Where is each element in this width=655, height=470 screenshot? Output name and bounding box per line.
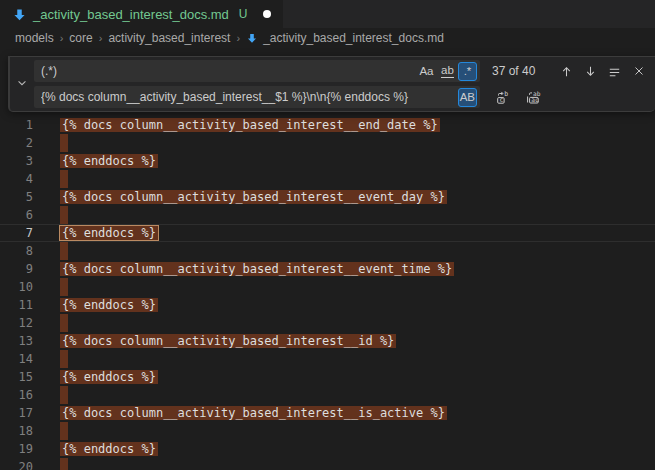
code-line-content[interactable] <box>62 386 68 404</box>
find-match[interactable]: {% enddocs %} <box>60 154 158 168</box>
code-line: 10 <box>0 278 655 296</box>
code-line: 3{% enddocs %} <box>0 152 655 170</box>
find-in-selection-button[interactable] <box>604 61 625 82</box>
match-case-toggle[interactable]: Aa <box>416 62 437 81</box>
tab-filename: _activity_based_interest_docs.md <box>33 7 229 22</box>
chevron-down-icon <box>16 75 28 93</box>
code-line-content[interactable]: {% enddocs %} <box>62 298 158 312</box>
line-number: 5 <box>0 190 33 204</box>
code-line: 17{% docs column__activity_based_interes… <box>0 404 655 422</box>
line-number: 14 <box>0 352 33 366</box>
code-line: 13{% docs column__activity_based_interes… <box>0 332 655 350</box>
replace-one-button[interactable]: b c <box>492 87 513 108</box>
code-line-content[interactable]: {% docs column__activity_based_interest_… <box>62 262 454 276</box>
line-number: 12 <box>0 316 33 330</box>
replace-buttons: b c ab ac <box>492 87 543 108</box>
line-number: 10 <box>0 280 33 294</box>
git-status-badge: U <box>239 7 248 21</box>
code-line: 20 <box>0 458 655 470</box>
code-line-content[interactable]: {% docs column__activity_based_interest_… <box>62 334 396 348</box>
code-line-content[interactable] <box>62 278 68 296</box>
find-match-empty-line <box>60 134 68 152</box>
find-nav-buttons <box>556 61 649 82</box>
find-match[interactable]: {% docs column__activity_based_interest_… <box>60 262 454 276</box>
code-line-content[interactable]: {% docs column__activity_based_interest_… <box>62 118 440 132</box>
unsaved-changes-dot[interactable] <box>263 10 271 18</box>
code-line: 11{% enddocs %} <box>0 296 655 314</box>
code-line-content[interactable] <box>62 206 68 224</box>
code-line: 18 <box>0 422 655 440</box>
match-count: 37 of 40 <box>492 64 535 78</box>
code-line-content[interactable] <box>62 314 68 332</box>
svg-text:c: c <box>499 96 503 104</box>
breadcrumb-item[interactable]: core <box>69 31 92 45</box>
close-icon[interactable] <box>628 61 649 82</box>
line-number: 11 <box>0 298 33 312</box>
code-line: 4 <box>0 170 655 188</box>
find-match-empty-line <box>60 278 68 296</box>
code-line-content[interactable] <box>62 134 68 152</box>
code-line-content[interactable] <box>62 350 68 368</box>
code-line: 5{% docs column__activity_based_interest… <box>0 188 655 206</box>
code-line: 8 <box>0 242 655 260</box>
line-number: 15 <box>0 370 33 384</box>
line-number: 7 <box>0 226 33 240</box>
markdown-file-icon <box>246 32 258 44</box>
code-line-content[interactable]: {% enddocs %} <box>62 442 158 456</box>
code-line-content[interactable]: {% enddocs %} <box>62 370 158 384</box>
toggle-replace-button[interactable] <box>10 57 34 111</box>
code-line-content[interactable] <box>62 422 68 440</box>
find-match-empty-line <box>60 422 68 440</box>
line-number: 17 <box>0 406 33 420</box>
breadcrumb-item-file[interactable]: _activity_based_interest_docs.md <box>246 31 444 45</box>
find-match-empty-line <box>60 170 68 188</box>
code-line: 14 <box>0 350 655 368</box>
code-line-content[interactable] <box>62 170 68 188</box>
code-line-content[interactable]: {% enddocs %} <box>62 154 158 168</box>
find-match[interactable]: {% docs column__activity_based_interest_… <box>60 334 396 348</box>
find-match[interactable]: {% enddocs %} <box>60 370 158 384</box>
preserve-case-toggle[interactable]: AB <box>458 88 477 107</box>
next-match-button[interactable] <box>580 61 601 82</box>
current-find-match[interactable]: {% enddocs %} <box>60 226 158 240</box>
line-number: 6 <box>0 208 33 222</box>
breadcrumb-separator: › <box>97 32 105 44</box>
line-number: 20 <box>0 460 33 470</box>
find-match[interactable]: {% enddocs %} <box>60 442 158 456</box>
find-match[interactable]: {% docs column__activity_based_interest_… <box>60 190 447 204</box>
find-match-empty-line <box>60 242 68 260</box>
code-line: 6 <box>0 206 655 224</box>
find-input-value: (.*) <box>41 64 416 78</box>
whole-word-toggle[interactable]: ab <box>437 62 458 81</box>
code-line-content[interactable]: {% docs column__activity_based_interest_… <box>62 190 447 204</box>
code-line-content[interactable]: {% docs column__activity_based_interest_… <box>62 406 447 420</box>
find-match-empty-line <box>60 350 68 368</box>
breadcrumb: models›core›activity_based_interest›_act… <box>0 28 655 48</box>
find-match[interactable]: {% docs column__activity_based_interest_… <box>60 118 440 132</box>
previous-match-button[interactable] <box>556 61 577 82</box>
breadcrumb-item[interactable]: activity_based_interest <box>108 31 230 45</box>
tab-active-file[interactable]: _activity_based_interest_docs.md U <box>0 0 283 28</box>
replace-all-button[interactable]: ab ac <box>522 87 543 108</box>
line-number: 8 <box>0 244 33 258</box>
code-line-content[interactable] <box>62 242 68 260</box>
line-number: 16 <box>0 388 33 402</box>
line-number: 18 <box>0 424 33 438</box>
find-match-empty-line <box>60 386 68 404</box>
breadcrumb-item[interactable]: models <box>15 31 54 45</box>
find-match[interactable]: {% enddocs %} <box>60 298 158 312</box>
vscode-window: _activity_based_interest_docs.md U model… <box>0 0 655 470</box>
code-line: 7{% enddocs %} <box>0 224 655 242</box>
tab-bar: _activity_based_interest_docs.md U <box>0 0 655 28</box>
find-match[interactable]: {% docs column__activity_based_interest_… <box>60 406 447 420</box>
find-input[interactable]: (.*) Aa ab .* <box>34 60 480 82</box>
replace-input-value: {% docs column__activity_based_interest_… <box>41 90 458 104</box>
regex-toggle[interactable]: .* <box>458 62 477 81</box>
code-line-content[interactable]: {% enddocs %} <box>62 226 158 240</box>
replace-row: {% docs column__activity_based_interest_… <box>34 86 649 108</box>
replace-input[interactable]: {% docs column__activity_based_interest_… <box>34 86 480 108</box>
line-number: 9 <box>0 262 33 276</box>
code-line-content[interactable] <box>62 458 68 470</box>
find-row: (.*) Aa ab .* 37 of 40 <box>34 60 649 82</box>
line-number: 19 <box>0 442 33 456</box>
